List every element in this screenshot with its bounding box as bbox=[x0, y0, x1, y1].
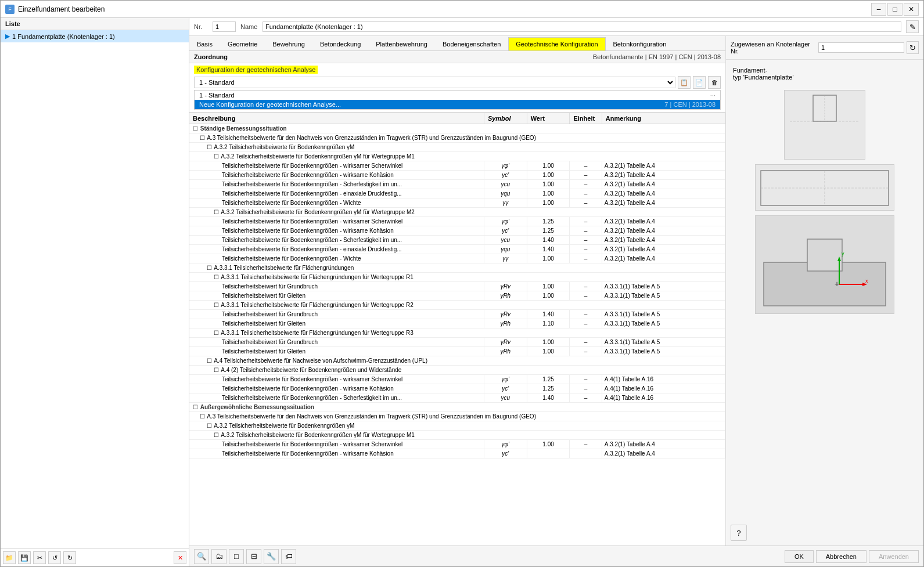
table-row: Teilsicherheitsbeiwerte für Bodenkenngrö… bbox=[189, 171, 725, 180]
tab-betonkonfiguration[interactable]: Betonkonfiguration bbox=[606, 37, 674, 50]
name-edit-button[interactable]: ✎ bbox=[906, 20, 919, 33]
config-list: 1 - Standard ··· Neue Konfiguration der … bbox=[194, 90, 721, 110]
expand-a4-2[interactable]: ☐ bbox=[213, 367, 220, 373]
title-bar-left: F Einzelfundament bearbeiten bbox=[5, 5, 105, 14]
cell-wert: 1.00 bbox=[527, 171, 570, 180]
group-m1-auss-label: A.3.2 Teilsicherheitsbeiwerte für Bodenk… bbox=[221, 432, 415, 438]
tool-tag-button[interactable]: 🏷 bbox=[281, 549, 296, 564]
config-copy-button[interactable]: 📋 bbox=[678, 76, 691, 89]
maximize-button[interactable]: □ bbox=[887, 3, 903, 16]
group-a32-label: A.3.2 Teilsicherheitsbeiwerte für Bodenk… bbox=[214, 144, 354, 150]
sidebar-open-button[interactable]: 📁 bbox=[3, 551, 16, 564]
sidebar-redo-button[interactable]: ↻ bbox=[63, 551, 76, 564]
expand-a3-auss[interactable]: ☐ bbox=[199, 413, 206, 420]
expand-staendige[interactable]: ☐ bbox=[192, 125, 199, 132]
expand-a32-auss[interactable]: ☐ bbox=[206, 422, 213, 429]
expand-m1[interactable]: ☐ bbox=[213, 153, 220, 160]
cell-einheit: – bbox=[570, 375, 602, 384]
sidebar-header: Liste bbox=[1, 18, 189, 30]
table-row: Teilsicherheitsbeiwerte für Bodenkenngrö… bbox=[189, 440, 725, 449]
tab-bodeneigenschaften[interactable]: Bodeneigenschaften bbox=[435, 37, 508, 50]
cell-wert: 1.40 bbox=[527, 310, 570, 319]
tab-betondeckung[interactable]: Betondeckung bbox=[312, 37, 368, 50]
cell-desc: Teilsicherheitsbeiwert für Grundbruch bbox=[189, 338, 484, 347]
group-a3-auss: ☐ A.3 Teilsicherheitsbeiwerte für den Na… bbox=[189, 412, 725, 421]
group-m1-auss: ☐ A.3.2 Teilsicherheitsbeiwerte für Bode… bbox=[189, 431, 725, 440]
cell-einheit: – bbox=[570, 171, 602, 180]
expand-r2[interactable]: ☐ bbox=[213, 302, 220, 308]
cell-symbol: γc' bbox=[484, 171, 527, 180]
abbrechen-button[interactable]: Abbrechen bbox=[816, 550, 867, 563]
config-delete-button[interactable]: 🗑 bbox=[708, 76, 721, 89]
cell-anmerkung: A.3.2(1) Tabelle A.4 bbox=[602, 245, 725, 254]
nr-input[interactable] bbox=[213, 21, 236, 32]
close-button[interactable]: ✕ bbox=[904, 3, 919, 16]
tool-window-button[interactable]: □ bbox=[229, 549, 244, 564]
tool-settings-button[interactable]: 🔧 bbox=[264, 549, 279, 564]
ok-button[interactable]: OK bbox=[785, 550, 814, 563]
bottom-right-buttons: OK Abbrechen Anwenden bbox=[785, 550, 919, 563]
tab-bewehrung[interactable]: Bewehrung bbox=[265, 37, 312, 50]
tool-split-button[interactable]: ⊟ bbox=[246, 549, 261, 564]
expand-a32[interactable]: ☐ bbox=[206, 144, 213, 150]
cell-anmerkung: A.3.2(1) Tabelle A.4 bbox=[602, 449, 725, 458]
sidebar-save-button[interactable]: 💾 bbox=[18, 551, 31, 564]
sidebar-item-icon: ▶ bbox=[5, 32, 10, 40]
table-row: Teilsicherheitsbeiwerte für Bodenkenngrö… bbox=[189, 245, 725, 254]
cell-desc: Teilsicherheitsbeiwerte für Bodenkenngrö… bbox=[189, 180, 484, 189]
cell-symbol: γRh bbox=[484, 347, 527, 356]
cell-symbol: γc' bbox=[484, 226, 527, 236]
tabs-bar: Basis Geometrie Bewehrung Betondeckung P… bbox=[189, 36, 725, 51]
anwenden-button[interactable]: Anwenden bbox=[869, 550, 919, 563]
config-new-button[interactable]: 📄 bbox=[693, 76, 706, 89]
cell-symbol: γφ' bbox=[484, 440, 527, 449]
sidebar-delete-button[interactable]: ✕ bbox=[174, 551, 186, 564]
expand-r1[interactable]: ☐ bbox=[213, 274, 220, 280]
expand-a3[interactable]: ☐ bbox=[199, 135, 206, 141]
cell-desc: Teilsicherheitsbeiwerte für Bodenkenngrö… bbox=[189, 375, 484, 384]
cell-desc: Teilsicherheitsbeiwerte für Bodenkenngrö… bbox=[189, 217, 484, 226]
tab-geotechnische-konfiguration[interactable]: Geotechnische Konfiguration bbox=[508, 37, 605, 51]
minimize-button[interactable]: – bbox=[871, 3, 886, 16]
cell-wert: 1.00 bbox=[527, 189, 570, 198]
table-row: Teilsicherheitsbeiwert für Grundbruch γR… bbox=[189, 338, 725, 347]
tool-folder-button[interactable]: 🗂 bbox=[211, 549, 226, 564]
sidebar-undo-button[interactable]: ↺ bbox=[48, 551, 61, 564]
cell-anmerkung: A.3.2(1) Tabelle A.4 bbox=[602, 236, 725, 245]
expand-m1-auss[interactable]: ☐ bbox=[213, 432, 220, 438]
help-button[interactable]: ? bbox=[731, 525, 747, 541]
config-list-item-neue[interactable]: Neue Konfiguration der geotechnischen An… bbox=[195, 100, 720, 109]
cell-anmerkung: A.3.3.1(1) Tabelle A.5 bbox=[602, 347, 725, 356]
expand-aussergewoehnliche[interactable]: ☐ bbox=[192, 404, 199, 410]
tab-geometrie[interactable]: Geometrie bbox=[220, 37, 265, 50]
table-row: Teilsicherheitsbeiwerte für Bodenkenngrö… bbox=[189, 449, 725, 458]
zugewiesen-refresh-button[interactable]: ↻ bbox=[907, 41, 919, 54]
sidebar-item-fundamentplatte[interactable]: ▶ 1 Fundamentplatte (Knotenlager : 1) bbox=[1, 30, 189, 42]
cell-einheit: – bbox=[570, 254, 602, 263]
cell-einheit: – bbox=[570, 161, 602, 171]
expand-a331[interactable]: ☐ bbox=[206, 265, 213, 271]
cell-wert bbox=[527, 449, 570, 458]
table-row: Teilsicherheitsbeiwerte für Bodenkenngrö… bbox=[189, 161, 725, 171]
zugewiesen-input[interactable] bbox=[818, 42, 904, 53]
tab-basis[interactable]: Basis bbox=[189, 37, 220, 50]
tool-search-button[interactable]: 🔍 bbox=[194, 549, 209, 564]
cell-symbol: γγ bbox=[484, 254, 527, 263]
cell-wert: 1.00 bbox=[527, 338, 570, 347]
sidebar-cut-button[interactable]: ✂ bbox=[33, 551, 46, 564]
cell-einheit: – bbox=[570, 245, 602, 254]
name-input[interactable] bbox=[263, 21, 901, 32]
cell-wert: 1.10 bbox=[527, 319, 570, 328]
cell-wert: 1.40 bbox=[527, 236, 570, 245]
table-row: Teilsicherheitsbeiwerte für Bodenkenngrö… bbox=[189, 393, 725, 403]
expand-r3[interactable]: ☐ bbox=[213, 330, 220, 336]
cell-desc: Teilsicherheitsbeiwert für Gleiten bbox=[189, 319, 484, 328]
tab-plattenbewehrung[interactable]: Plattenbewehrung bbox=[368, 37, 435, 50]
expand-m2[interactable]: ☐ bbox=[213, 209, 220, 215]
cell-einheit: – bbox=[570, 291, 602, 301]
config-list-item-standard[interactable]: 1 - Standard ··· bbox=[195, 91, 720, 100]
cell-einheit: – bbox=[570, 310, 602, 319]
expand-a4[interactable]: ☐ bbox=[206, 357, 213, 364]
cell-symbol: γγ bbox=[484, 198, 527, 208]
config-dropdown[interactable]: 1 - Standard bbox=[194, 77, 675, 88]
